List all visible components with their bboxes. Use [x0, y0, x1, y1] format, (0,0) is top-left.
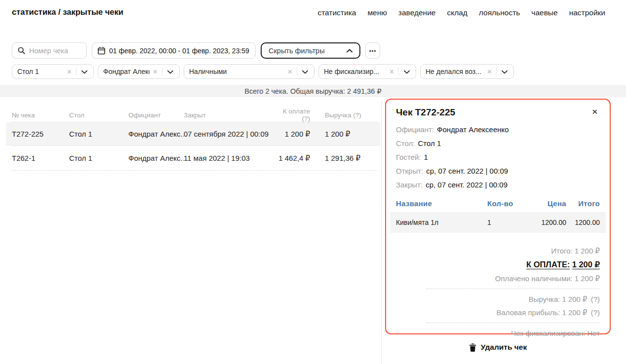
calendar-icon [98, 47, 105, 55]
chevron-down-icon[interactable] [399, 69, 411, 74]
search-input[interactable] [29, 47, 81, 55]
filter-chip-fiscalization[interactable]: Не фискализир... ✕ [318, 64, 416, 79]
cell-closed: 11 мая 2022 | 19:03 [184, 154, 275, 162]
chevron-down-icon[interactable] [162, 69, 174, 74]
info-value: ср, 07 сент. 2022 | 00:09 [426, 167, 508, 175]
cell-table: Стол 1 [69, 130, 128, 138]
chevron-down-icon[interactable] [77, 69, 88, 74]
item-name: Киви/мята 1л [396, 218, 487, 226]
filter-chip-table[interactable]: Стол 1 ✕ [12, 64, 94, 79]
table-row[interactable]: T262-1 Стол 1 Фондрат Алекс... 11 мая 20… [6, 146, 380, 170]
chip-label: Не фискализир... [324, 68, 386, 75]
hide-filters-label: Скрыть фильтры [269, 47, 325, 55]
totals-summary-bar: Всего 2 чека. Общая выручка: 2 491,36 ₽ [0, 85, 626, 97]
nav-item-menu[interactable]: меню [367, 8, 387, 17]
trash-icon [469, 343, 476, 352]
help-icon[interactable]: (?) [591, 308, 600, 317]
date-range-button[interactable]: 01 февр. 2022, 00:00 - 01 февр. 2023, 23… [92, 42, 256, 59]
nav-item-loyalty[interactable]: лояльность [479, 8, 520, 17]
filter-chips: Стол 1 ✕ Фондрат Алекс... ✕ Наличными ✕ … [12, 64, 514, 79]
info-opened: Открыт:ср, 07 сент. 2022 | 00:09 [396, 164, 600, 178]
total-label: К ОПЛАТЕ: [526, 260, 570, 269]
col-closed: Закрыт [184, 111, 275, 119]
top-nav: статистика меню заведение склад лояльнос… [317, 8, 605, 17]
total-to-pay: К ОПЛАТЕ:1 200 ₽ [396, 257, 600, 272]
date-range-label: 01 февр. 2022, 00:00 - 01 февр. 2023, 23… [109, 47, 249, 55]
delete-receipt-button[interactable]: Удалить чек [385, 343, 611, 352]
receipt-title: Чек T272-225 [396, 107, 455, 118]
info-closed: Закрыт:ср, 07 сент. 2022 | 00:09 [396, 178, 600, 192]
nav-item-venue[interactable]: заведение [398, 8, 436, 17]
info-label: Закрыт: [396, 181, 423, 189]
chip-remove-icon[interactable]: ✕ [150, 68, 162, 75]
chip-remove-icon[interactable]: ✕ [484, 68, 496, 75]
filter-chip-refund[interactable]: Не делался воз... ✕ [420, 64, 514, 79]
totals-section: Итого:1 200 ₽ К ОПЛАТЕ:1 200 ₽ Оплачено … [396, 244, 600, 340]
more-options-button[interactable]: ••• [365, 42, 380, 59]
chip-label: Стол 1 [17, 68, 64, 75]
cell-revenue: 1 200 ₽ [310, 130, 379, 139]
info-table: Стол:Стол 1 [396, 137, 600, 150]
item-qty: 1 [487, 218, 517, 226]
total-label: Итого: [551, 247, 572, 255]
info-label: Открыт: [396, 167, 423, 175]
total-value: 1 200 ₽ [562, 308, 587, 317]
info-value: 1 [424, 153, 428, 161]
item-row: Киви/мята 1л 1 1200.00 1200.00 [390, 212, 606, 233]
ellipsis-icon: ••• [369, 48, 377, 54]
col-waiter: Официант [128, 111, 184, 119]
filter-chip-waiter[interactable]: Фондрат Алекс... ✕ [98, 64, 180, 79]
total-value: Нет [587, 329, 600, 337]
receipts-table-header: № чека Стол Официант Закрыт К оплате (?)… [6, 108, 380, 122]
table-row-selected[interactable]: T272-225 Стол 1 Фондрат Алекс... 07 сент… [6, 122, 380, 146]
chip-label: Не делался воз... [426, 68, 484, 75]
total-paid-cash: Оплачено наличными:1 200 ₽ [396, 272, 600, 285]
total-label: Валовая прибыль: [496, 308, 560, 317]
col-revenue: Выручка (?) [310, 111, 379, 119]
close-icon[interactable]: ✕ [589, 107, 600, 116]
chevron-up-icon [347, 49, 352, 53]
total-label: Выручка: [529, 295, 560, 303]
hide-filters-button[interactable]: Скрыть фильтры [261, 42, 360, 59]
closed-receipts-page: статистика / закрытые чеки статистика ме… [0, 0, 626, 364]
row-divider [12, 170, 377, 171]
chip-remove-icon[interactable]: ✕ [284, 68, 297, 75]
chip-remove-icon[interactable]: ✕ [64, 68, 76, 75]
info-waiter: Официант:Фондрат Алексеенко [396, 123, 600, 137]
col-table: Стол [69, 111, 128, 119]
item-col-name: Название [396, 199, 487, 208]
total-gross-profit: Валовая прибыль:1 200 ₽(?) [396, 306, 600, 319]
nav-item-statistics[interactable]: статистика [317, 8, 356, 17]
info-guests: Гостей:1 [396, 150, 600, 164]
panel-divider [381, 101, 382, 364]
info-label: Гостей: [396, 153, 421, 161]
filter-chip-payment[interactable]: Наличными ✕ [184, 64, 314, 79]
cell-waiter: Фондрат Алекс... [128, 130, 184, 138]
total-value: 1 200 ₽ [575, 274, 600, 283]
cell-revenue: 1 291,36 ₽ [310, 154, 379, 163]
receipt-number-search[interactable] [12, 42, 87, 59]
nav-item-stock[interactable]: склад [447, 8, 467, 17]
item-col-total: Итого [566, 199, 600, 208]
item-total: 1200.00 [566, 218, 600, 226]
summary-text: Всего 2 чека. Общая выручка: 2 491,36 ₽ [244, 87, 381, 95]
col-receipt-number: № чека [12, 111, 69, 119]
nav-item-tips[interactable]: чаевые [531, 8, 557, 17]
receipt-detail-panel: Чек T272-225 ✕ Официант:Фондрат Алексеен… [385, 99, 611, 334]
cell-closed: 07 сентября 2022 | 00:09 [184, 130, 275, 138]
help-icon[interactable]: (?) [591, 295, 600, 303]
search-icon [18, 47, 25, 54]
cell-table: Стол 1 [69, 154, 128, 162]
item-price: 1200.00 [517, 218, 566, 226]
info-label: Стол: [396, 139, 415, 147]
chevron-down-icon[interactable] [497, 69, 509, 74]
cell-to-pay: 1 462,4 ₽ [275, 154, 310, 163]
chip-label: Наличными [189, 68, 284, 75]
nav-item-settings[interactable]: настройки [569, 8, 605, 17]
chip-remove-icon[interactable]: ✕ [386, 68, 398, 75]
breadcrumb: статистика / закрытые чеки [12, 7, 123, 17]
info-label: Официант: [396, 125, 434, 134]
delete-receipt-label: Удалить чек [481, 343, 527, 352]
info-value: Фондрат Алексеенко [437, 125, 509, 134]
chevron-down-icon[interactable] [297, 69, 309, 74]
